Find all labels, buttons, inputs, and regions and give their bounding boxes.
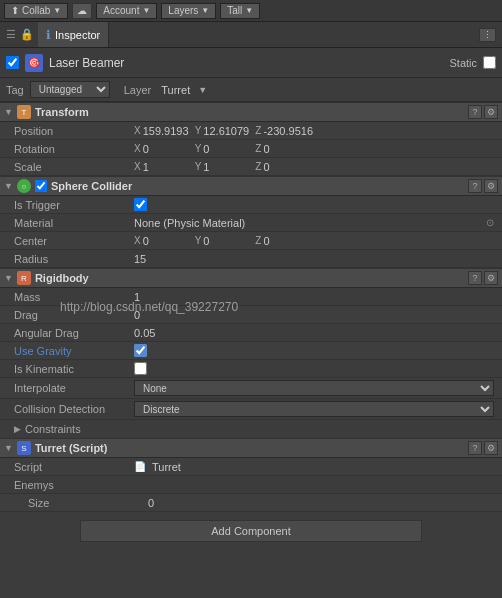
size-value[interactable]: 0 [148,497,494,509]
rigidbody-section-header[interactable]: ▼ R Rigidbody ? ⚙ [0,268,502,288]
static-checkbox[interactable] [483,56,496,69]
is-kinematic-checkbox[interactable] [134,362,147,375]
object-name: Laser Beamer [49,56,443,70]
account-arrow-icon: ▼ [142,6,150,15]
tall-button[interactable]: Tall ▼ [220,3,260,19]
interpolate-label: Interpolate [14,382,134,394]
object-active-checkbox[interactable] [6,56,19,69]
transform-settings-button[interactable]: ⚙ [484,105,498,119]
collider-info-button[interactable]: ? [468,179,482,193]
script-file-icon: 📄 [134,461,146,472]
rigidbody-buttons: ? ⚙ [468,271,498,285]
layers-button[interactable]: Layers ▼ [161,3,216,19]
script-info-button[interactable]: ? [468,441,482,455]
add-component-button[interactable]: Add Component [80,520,422,542]
object-header: 🎯 Laser Beamer Static [0,48,502,78]
angular-drag-value[interactable]: 0.05 [134,327,494,339]
position-y[interactable]: 12.61079 [203,125,253,137]
center-x[interactable]: 0 [143,235,193,247]
rotation-y[interactable]: 0 [203,143,253,155]
center-label: Center [14,235,134,247]
layer-label: Layer [124,84,152,96]
radius-value[interactable]: 15 [134,253,494,265]
collider-icon: ○ [17,179,31,193]
use-gravity-label: Use Gravity [14,345,134,357]
center-y[interactable]: 0 [203,235,253,247]
account-button[interactable]: Account ▼ [96,3,157,19]
center-xyz: X0 Y0 Z0 [134,235,494,247]
center-z[interactable]: 0 [263,235,313,247]
transform-icon: T [17,105,31,119]
left-controls: ☰ 🔒 [2,28,38,41]
tab-inspector[interactable]: ℹ Inspector [38,22,109,47]
scale-label: Scale [14,161,134,173]
collision-detection-select[interactable]: Discrete [134,401,494,417]
layer-dropdown-icon[interactable]: ▼ [198,85,207,95]
collider-arrow-icon: ▼ [4,181,13,191]
material-value: None (Physic Material) [134,217,482,229]
drag-label: Drag [14,309,134,321]
static-label: Static [449,57,477,69]
interpolate-select[interactable]: None [134,380,494,396]
transform-section-header[interactable]: ▼ T Transform ? ⚙ [0,102,502,122]
rigidbody-title: Rigidbody [35,272,468,284]
layers-arrow-icon: ▼ [201,6,209,15]
collider-section-header[interactable]: ▼ ○ Sphere Collider ? ⚙ [0,176,502,196]
transform-title: Transform [35,106,468,118]
script-settings-button[interactable]: ⚙ [484,441,498,455]
tab-options-button[interactable]: ⋮ [479,28,496,42]
transform-buttons: ? ⚙ [468,105,498,119]
script-value: Turret [152,461,494,473]
script-label: Script [14,461,134,473]
collider-title: Sphere Collider [51,180,468,192]
script-row: Script 📄 Turret [0,458,502,476]
scale-xyz: X1 Y1 Z0 [134,161,494,173]
collider-active-checkbox[interactable] [35,180,47,192]
scale-z[interactable]: 0 [263,161,313,173]
material-pick-icon[interactable]: ⊙ [486,217,494,228]
object-icon: 🎯 [25,54,43,72]
transform-info-button[interactable]: ? [468,105,482,119]
rigidbody-icon: R [17,271,31,285]
material-label: Material [14,217,134,229]
radius-row: Radius 15 [0,250,502,268]
constraints-row[interactable]: ▶ Constraints [0,420,502,438]
rotation-z[interactable]: 0 [263,143,313,155]
angular-drag-row: Angular Drag 0.05 [0,324,502,342]
position-z[interactable]: -230.9516 [263,125,313,137]
rotation-xyz: X0 Y0 Z0 [134,143,494,155]
collider-settings-button[interactable]: ⚙ [484,179,498,193]
is-trigger-checkbox[interactable] [134,198,147,211]
position-xyz: X159.9193 Y12.61079 Z-230.9516 [134,125,494,137]
center-row: Center X0 Y0 Z0 [0,232,502,250]
position-x[interactable]: 159.9193 [143,125,193,137]
rigidbody-settings-button[interactable]: ⚙ [484,271,498,285]
is-trigger-row: Is Trigger [0,196,502,214]
tag-layer-row: Tag Untagged Layer Turret ▼ [0,78,502,102]
rotation-x[interactable]: 0 [143,143,193,155]
menu-icon[interactable]: ☰ [6,28,16,41]
script-icon: S [17,441,31,455]
use-gravity-checkbox[interactable] [134,344,147,357]
script-section-header[interactable]: ▼ S Turret (Script) ? ⚙ [0,438,502,458]
collab-button[interactable]: ⬆ Collab ▼ [4,3,68,19]
interpolate-row: Interpolate None [0,378,502,399]
scale-x[interactable]: 1 [143,161,193,173]
drag-row: Drag 0 [0,306,502,324]
is-trigger-label: Is Trigger [14,199,134,211]
position-row: Position X159.9193 Y12.61079 Z-230.9516 [0,122,502,140]
cloud-icon[interactable]: ☁ [72,3,92,19]
drag-value[interactable]: 0 [134,309,494,321]
radius-label: Radius [14,253,134,265]
inspector-icon: ℹ [46,28,51,42]
collision-detection-label: Collision Detection [14,403,134,415]
rigidbody-info-button[interactable]: ? [468,271,482,285]
lock-icon[interactable]: 🔒 [20,28,34,41]
scale-y[interactable]: 1 [203,161,253,173]
tag-select[interactable]: Untagged [30,81,110,98]
mass-value[interactable]: 1 [134,291,494,303]
rotation-label: Rotation [14,143,134,155]
add-component-row: Add Component [0,512,502,550]
is-kinematic-label: Is Kinematic [14,363,134,375]
position-label: Position [14,125,134,137]
